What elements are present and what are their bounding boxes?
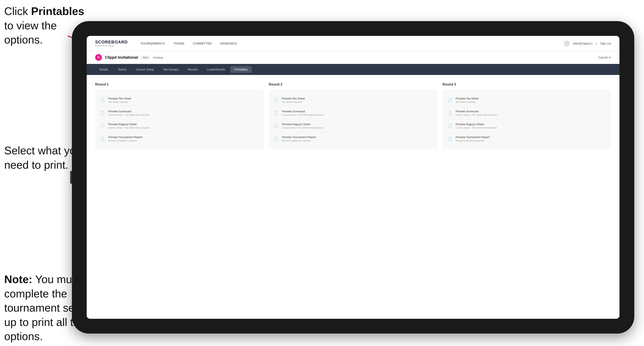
round-1-report-subtitle: Round Completion required <box>108 139 142 142</box>
brand-title: SCOREBOARD <box>95 40 128 44</box>
tab-results[interactable]: Results <box>184 66 202 73</box>
nav-rankings[interactable]: RANKINGS <box>220 41 237 46</box>
round-1-title: Round 1 <box>95 83 264 86</box>
round-2-raguzzi-title: Preview Raguzzi Sheet <box>282 123 323 126</box>
round-3-tee-sheet[interactable]: 📄 Preview Tee Sheet Tee Sheet required <box>447 94 607 106</box>
round-2-tournament-report[interactable]: 📄 Preview Tournament Report Round Comple… <box>273 133 433 145</box>
round-1-report-title: Preview Tournament Report <box>108 136 142 139</box>
tab-leaderboards[interactable]: Leaderboards <box>203 66 230 73</box>
round-1-raguzzi-title: Preview Raguzzi Sheet <box>108 123 150 126</box>
annotation-bold-printables: Printables <box>31 5 84 17</box>
round-3-scorecard-subtitle: Course setup + Tee Sheet data required <box>456 114 497 116</box>
tournament-info: C Clippd Invitational Men Hosting <box>95 54 162 61</box>
round-3-scorecard[interactable]: 📄 Preview Scorecard Course setup + Tee S… <box>447 107 607 119</box>
brand-sub: Powered by clippd <box>95 44 128 47</box>
round-3-raguzzi-text: Preview Raguzzi Sheet Course setup + Tee… <box>456 123 497 129</box>
doc-icon-4: 📄 <box>99 136 105 142</box>
round-3-report-subtitle: Round Completion required <box>456 139 490 142</box>
round-1-scorecard-text: Preview Scorecard Course setup + Tee She… <box>108 110 150 116</box>
round-1-scorecard-subtitle: Course setup + Tee Sheet data required <box>108 114 150 116</box>
round-3-tournament-report[interactable]: 📄 Preview Tournament Report Round Comple… <box>447 133 607 145</box>
tablet-side-button <box>70 171 72 184</box>
nav-tournaments[interactable]: TOURNAMENTS <box>140 41 165 46</box>
tournament-header: C Clippd Invitational Men Hosting Cancel… <box>87 51 620 64</box>
top-nav: SCOREBOARD Powered by clippd TOURNAMENTS… <box>87 36 620 51</box>
round-2-card: 📄 Preview Tee Sheet Tee Sheet required 📄… <box>269 90 437 149</box>
doc-icon-11: 📄 <box>447 123 453 129</box>
doc-icon-9: 📄 <box>447 97 453 103</box>
round-1-tee-sheet-subtitle: Tee Sheet required <box>108 101 131 103</box>
doc-icon-6: 📄 <box>273 110 279 116</box>
doc-icon-12: 📄 <box>447 136 453 142</box>
round-1-raguzzi-text: Preview Raguzzi Sheet Course setup + Tee… <box>108 123 150 129</box>
tablet-screen: SCOREBOARD Powered by clippd TOURNAMENTS… <box>87 36 620 319</box>
doc-icon-1: 📄 <box>99 97 105 103</box>
sign-out-link[interactable]: Sign out <box>600 42 611 45</box>
tournament-status: Hosting <box>153 56 162 59</box>
tablet-device: SCOREBOARD Powered by clippd TOURNAMENTS… <box>72 21 634 334</box>
round-1-column: Round 1 📄 Preview Tee Sheet Tee Sheet re… <box>95 83 264 149</box>
doc-icon-2: 📄 <box>99 110 105 116</box>
tournament-tag: Men <box>141 55 150 59</box>
round-2-report-text: Preview Tournament Report Round Completi… <box>282 136 316 142</box>
round-3-scorecard-title: Preview Scorecard <box>456 110 497 113</box>
user-avatar <box>564 40 570 46</box>
tab-teams[interactable]: Teams <box>114 66 131 73</box>
round-2-scorecard-text: Preview Scorecard Course setup + Tee She… <box>282 110 323 116</box>
round-3-tee-sheet-subtitle: Tee Sheet required <box>456 101 478 103</box>
round-2-tee-sheet[interactable]: 📄 Preview Tee Sheet Tee Sheet required <box>273 94 433 106</box>
tab-course-setup[interactable]: Course Setup <box>132 66 158 73</box>
round-1-tee-sheet-text: Preview Tee Sheet Tee Sheet required <box>108 97 131 103</box>
nav-links: TOURNAMENTS TEAMS COMMITTEE RANKINGS <box>140 41 237 46</box>
round-1-tournament-report[interactable]: 📄 Preview Tournament Report Round Comple… <box>99 133 260 145</box>
doc-icon-8: 📄 <box>273 136 279 142</box>
round-2-report-subtitle: Round Completion required <box>282 139 316 142</box>
tournament-name: Clippd Invitational <box>105 55 138 60</box>
main-content: Round 1 📄 Preview Tee Sheet Tee Sheet re… <box>87 75 620 319</box>
annotation-middle: Select what youneed to print. <box>4 144 82 172</box>
round-1-raguzzi[interactable]: 📄 Preview Raguzzi Sheet Course setup + T… <box>99 120 260 132</box>
cancel-button[interactable]: Cancel ✕ <box>598 56 611 59</box>
round-2-tee-sheet-title: Preview Tee Sheet <box>282 97 305 100</box>
nav-committee[interactable]: COMMITTEE <box>193 41 212 46</box>
round-1-scorecard-title: Preview Scorecard <box>108 110 150 113</box>
round-2-tee-sheet-subtitle: Tee Sheet required <box>282 101 305 103</box>
tab-printables[interactable]: Printables <box>230 66 252 73</box>
user-email: blair@clippd.io <box>573 42 592 45</box>
round-3-scorecard-text: Preview Scorecard Course setup + Tee She… <box>456 110 497 116</box>
round-2-raguzzi-text: Preview Raguzzi Sheet Course setup + Tee… <box>282 123 323 129</box>
round-3-raguzzi[interactable]: 📄 Preview Raguzzi Sheet Course setup + T… <box>447 120 607 132</box>
doc-icon-5: 📄 <box>273 97 279 103</box>
round-3-column: Round 3 📄 Preview Tee Sheet Tee Sheet re… <box>442 83 611 149</box>
round-1-raguzzi-subtitle: Course setup + Tee Sheet data required <box>108 127 150 129</box>
round-3-report-title: Preview Tournament Report <box>456 136 490 139</box>
doc-icon-3: 📄 <box>99 123 105 129</box>
tab-bar: Details Teams Course Setup Tee Groups Re… <box>87 64 620 75</box>
round-3-card: 📄 Preview Tee Sheet Tee Sheet required 📄… <box>442 90 611 149</box>
doc-icon-7: 📄 <box>273 123 279 129</box>
round-2-scorecard-title: Preview Scorecard <box>282 110 323 113</box>
brand: SCOREBOARD Powered by clippd <box>95 40 128 47</box>
round-2-report-title: Preview Tournament Report <box>282 136 316 139</box>
round-2-scorecard-subtitle: Course setup + Tee Sheet data required <box>282 114 323 116</box>
nav-teams[interactable]: TEAMS <box>173 41 184 46</box>
round-3-report-text: Preview Tournament Report Round Completi… <box>456 136 490 142</box>
nav-left: SCOREBOARD Powered by clippd TOURNAMENTS… <box>95 40 237 47</box>
tab-details[interactable]: Details <box>95 66 113 73</box>
rounds-container: Round 1 📄 Preview Tee Sheet Tee Sheet re… <box>95 83 611 149</box>
round-3-title: Round 3 <box>442 83 611 86</box>
round-1-tee-sheet[interactable]: 📄 Preview Tee Sheet Tee Sheet required <box>99 94 260 106</box>
round-3-tee-sheet-text: Preview Tee Sheet Tee Sheet required <box>456 97 478 103</box>
annotation-bold-note: Note: <box>4 273 32 285</box>
round-2-raguzzi-subtitle: Course setup + Tee Sheet data required <box>282 127 323 129</box>
round-3-tee-sheet-title: Preview Tee Sheet <box>456 97 478 100</box>
round-1-scorecard[interactable]: 📄 Preview Scorecard Course setup + Tee S… <box>99 107 260 119</box>
round-3-raguzzi-subtitle: Course setup + Tee Sheet data required <box>456 127 497 129</box>
round-2-scorecard[interactable]: 📄 Preview Scorecard Course setup + Tee S… <box>273 107 433 119</box>
round-1-tee-sheet-title: Preview Tee Sheet <box>108 97 131 100</box>
round-2-raguzzi[interactable]: 📄 Preview Raguzzi Sheet Course setup + T… <box>273 120 433 132</box>
tab-tee-groups[interactable]: Tee Groups <box>159 66 183 73</box>
round-2-tee-sheet-text: Preview Tee Sheet Tee Sheet required <box>282 97 305 103</box>
round-3-raguzzi-title: Preview Raguzzi Sheet <box>456 123 497 126</box>
nav-right: blair@clippd.io | Sign out <box>564 40 611 46</box>
